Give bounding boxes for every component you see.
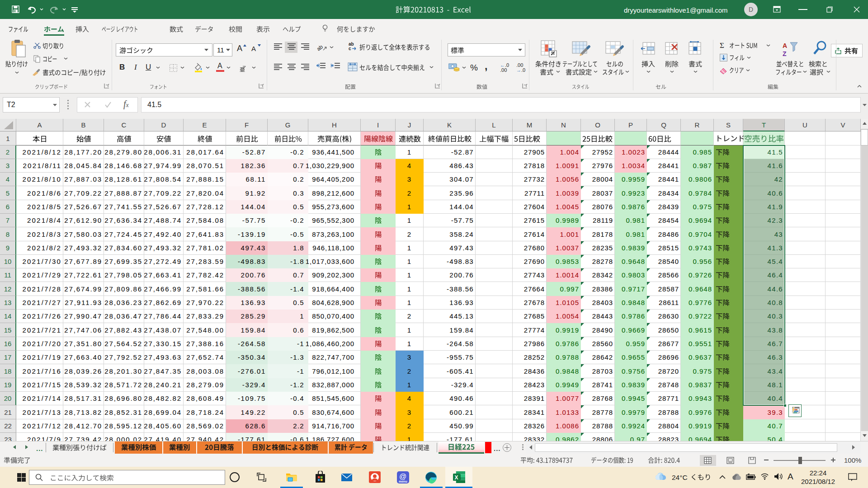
svg-text:c: c [349,46,351,51]
svg-text:menu: menu [399,480,407,483]
svg-text:@: @ [399,473,406,480]
svg-text:A: A [783,42,787,49]
svg-text:X: X [455,474,458,481]
svg-text:ab: ab [316,43,324,52]
svg-text:Z: Z [783,50,787,57]
